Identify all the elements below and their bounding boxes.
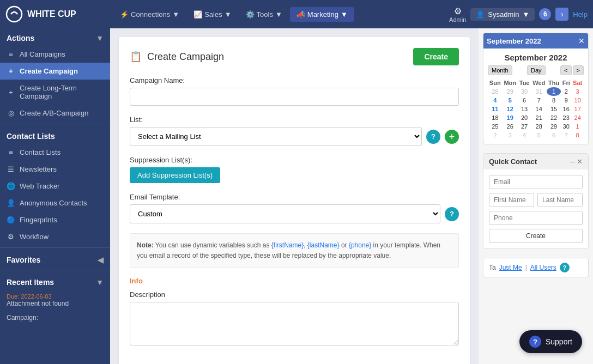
calendar-day[interactable]: 2 bbox=[488, 131, 503, 139]
calendar-day[interactable]: 3 bbox=[571, 87, 584, 96]
calendar-day[interactable]: 21 bbox=[531, 113, 547, 122]
calendar-day[interactable]: 26 bbox=[503, 122, 518, 131]
qc-create-button[interactable]: Create bbox=[489, 229, 583, 243]
tags-help-button[interactable]: ? bbox=[560, 263, 570, 272]
calendar-day[interactable]: 12 bbox=[503, 105, 518, 113]
calendar-day[interactable]: 9 bbox=[561, 96, 571, 105]
campaign-name-input[interactable] bbox=[130, 88, 459, 106]
calendar-day[interactable]: 17 bbox=[571, 105, 584, 113]
recent-item-0[interactable]: Due: 2022-06-03 Attachment not found bbox=[0, 290, 110, 311]
calendar-day[interactable]: 4 bbox=[488, 96, 503, 105]
support-button[interactable]: ? Support bbox=[519, 330, 582, 353]
calendar-day[interactable]: 8 bbox=[571, 131, 584, 139]
sidebar-item-create-campaign[interactable]: + Create Campaign bbox=[0, 63, 110, 80]
help-link[interactable]: Help bbox=[573, 10, 588, 19]
calendar-day[interactable]: 7 bbox=[531, 96, 547, 105]
prev-month-button[interactable]: < bbox=[560, 65, 571, 75]
month-view-button[interactable]: Month bbox=[488, 65, 512, 75]
nav-tools-label: Tools bbox=[257, 10, 273, 19]
logo-text: WHITE CUP bbox=[27, 9, 76, 19]
sidebar-item-fingerprints[interactable]: 🔵 Fingerprints bbox=[0, 211, 110, 228]
list-help-button[interactable]: ? bbox=[426, 130, 440, 144]
calendar-day[interactable]: 8 bbox=[547, 96, 561, 105]
quick-contact-close[interactable]: ✕ bbox=[577, 157, 583, 166]
calendar-day[interactable]: 1 bbox=[547, 87, 561, 96]
qc-last-name-input[interactable] bbox=[537, 193, 583, 207]
calendar-day[interactable]: 6 bbox=[547, 131, 561, 139]
calendar-day[interactable]: 13 bbox=[518, 105, 531, 113]
sidebar-item-workflow[interactable]: ⚙ Workflow bbox=[0, 228, 110, 245]
calendar-day[interactable]: 28 bbox=[531, 122, 547, 131]
day-header-tue: Tue bbox=[518, 78, 531, 87]
template-help-button[interactable]: ? bbox=[445, 207, 459, 221]
sidebar-item-web-tracker[interactable]: 🌐 Web Tracker bbox=[0, 178, 110, 195]
email-template-select[interactable]: Custom bbox=[130, 204, 440, 223]
actions-collapse-arrow[interactable]: ▼ bbox=[96, 34, 104, 43]
forward-arrow[interactable]: › bbox=[555, 8, 568, 21]
calendar-day[interactable]: 16 bbox=[561, 105, 571, 113]
nav-marketing[interactable]: 📣 Marketing ▼ bbox=[290, 7, 354, 22]
quick-contact-body: Create bbox=[483, 169, 588, 248]
notification-badge[interactable]: 6 bbox=[539, 8, 551, 20]
calendar-day[interactable]: 27 bbox=[518, 122, 531, 131]
sidebar-item-create-ab[interactable]: ◎ Create A/B-Campaign bbox=[0, 105, 110, 122]
next-month-button[interactable]: > bbox=[573, 65, 584, 75]
list-add-button[interactable]: + bbox=[445, 130, 459, 144]
calendar-day[interactable]: 11 bbox=[488, 105, 503, 113]
calendar-day[interactable]: 29 bbox=[547, 122, 561, 131]
just-me-link[interactable]: Just Me bbox=[499, 264, 522, 271]
sysadmin-chevron: ▼ bbox=[522, 10, 529, 19]
create-button[interactable]: Create bbox=[413, 48, 459, 65]
calendar-day[interactable]: 31 bbox=[531, 87, 547, 96]
calendar-day[interactable]: 24 bbox=[571, 113, 584, 122]
calendar-day[interactable]: 19 bbox=[503, 113, 518, 122]
sidebar-item-anonymous-contacts[interactable]: 👤 Anonymous Contacts bbox=[0, 195, 110, 211]
sidebar-item-newsletters[interactable]: ☰ Newsletters bbox=[0, 161, 110, 178]
fingerprints-label: Fingerprints bbox=[20, 216, 57, 224]
favorites-collapse-arrow[interactable]: ◀ bbox=[98, 256, 104, 264]
calendar-day[interactable]: 20 bbox=[518, 113, 531, 122]
quick-contact-minimize[interactable]: – bbox=[571, 157, 574, 166]
sidebar-item-contact-lists[interactable]: ≡ Contact Lists bbox=[0, 144, 110, 161]
nav-sales[interactable]: 📈 Sales ▼ bbox=[187, 7, 238, 22]
qc-email-input[interactable] bbox=[489, 175, 583, 189]
calendar-day[interactable]: 18 bbox=[488, 113, 503, 122]
calendar-day[interactable]: 30 bbox=[561, 122, 571, 131]
calendar-day[interactable]: 15 bbox=[547, 105, 561, 113]
recent-collapse-arrow[interactable]: ▼ bbox=[96, 278, 104, 287]
calendar-day[interactable]: 5 bbox=[503, 96, 518, 105]
all-users-link[interactable]: All Users bbox=[530, 264, 556, 271]
calendar-day[interactable]: 25 bbox=[488, 122, 503, 131]
calendar-day[interactable]: 5 bbox=[531, 131, 547, 139]
email-template-group: Email Template: Custom ? bbox=[130, 193, 459, 223]
calendar-day[interactable]: 29 bbox=[503, 87, 518, 96]
admin-label: Admin bbox=[449, 16, 466, 23]
recent-item-1[interactable]: Campaign: bbox=[0, 311, 110, 325]
calendar-day[interactable]: 3 bbox=[503, 131, 518, 139]
day-view-button[interactable]: Day bbox=[527, 65, 546, 75]
calendar-day[interactable]: 14 bbox=[531, 105, 547, 113]
description-textarea[interactable] bbox=[130, 302, 459, 345]
calendar-day[interactable]: 1 bbox=[571, 122, 584, 131]
nav-tools[interactable]: ⚙️ Tools ▼ bbox=[239, 7, 289, 22]
mailing-list-select[interactable]: Select a Mailing List bbox=[130, 127, 422, 146]
recent-campaign-label: Campaign: bbox=[7, 314, 104, 321]
calendar-day[interactable]: 10 bbox=[571, 96, 584, 105]
calendar-day[interactable]: 7 bbox=[561, 131, 571, 139]
sidebar-item-all-campaigns[interactable]: ≡ All Campaigns bbox=[0, 46, 110, 63]
calendar-day[interactable]: 2 bbox=[561, 87, 571, 96]
sysadmin-button[interactable]: 👤 Sysadmin ▼ bbox=[470, 8, 535, 21]
qc-phone-input[interactable] bbox=[489, 211, 583, 225]
nav-connections[interactable]: ⚡ Connections ▼ bbox=[113, 7, 186, 22]
sidebar-item-create-longterm[interactable]: + Create Long-Term Campaign bbox=[0, 80, 110, 105]
gear-icon[interactable]: ⚙ bbox=[454, 6, 462, 16]
calendar-close-button[interactable]: ✕ bbox=[578, 37, 585, 45]
calendar-day[interactable]: 23 bbox=[561, 113, 571, 122]
calendar-day[interactable]: 28 bbox=[488, 87, 503, 96]
calendar-day[interactable]: 4 bbox=[518, 131, 531, 139]
add-suppression-button[interactable]: Add Suppression List(s) bbox=[130, 167, 220, 183]
calendar-day[interactable]: 6 bbox=[518, 96, 531, 105]
qc-first-name-input[interactable] bbox=[489, 193, 534, 207]
calendar-day[interactable]: 30 bbox=[518, 87, 531, 96]
calendar-day[interactable]: 22 bbox=[547, 113, 561, 122]
